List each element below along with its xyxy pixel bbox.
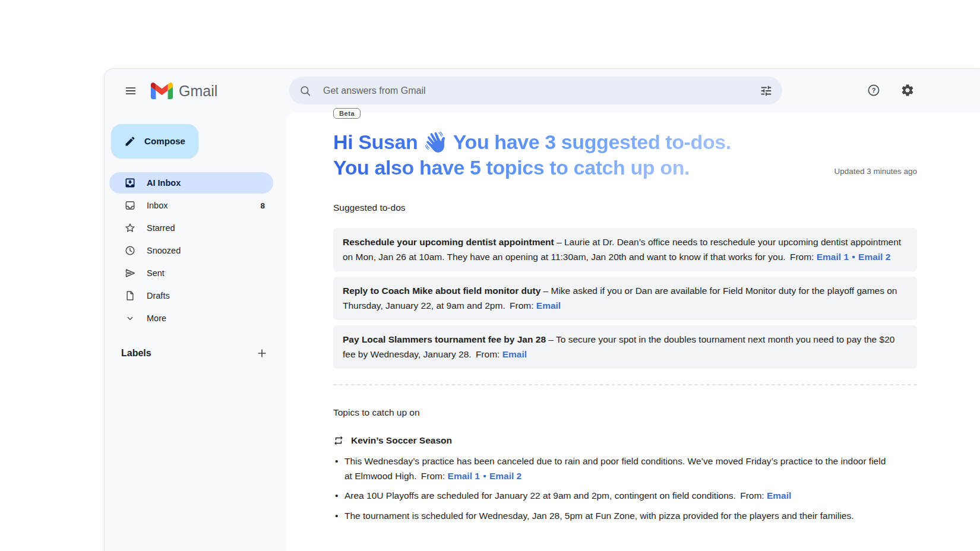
greeting-heading: Hi Susan 👋 You have 3 suggested to-dos. … <box>333 112 917 180</box>
topic-title: Kevin’s Soccer Season <box>351 435 452 446</box>
send-icon <box>124 267 136 279</box>
beta-badge: Beta <box>333 108 361 119</box>
email-link[interactable]: Email 2 <box>489 471 521 481</box>
add-label-button[interactable] <box>254 345 270 362</box>
email-link[interactable]: Email <box>536 300 561 311</box>
email-link[interactable]: Email <box>502 349 527 359</box>
section-divider <box>333 384 917 385</box>
move-to-inbox-icon <box>124 177 136 189</box>
compose-label: Compose <box>144 136 185 146</box>
gear-icon <box>900 83 915 97</box>
bullet-marker: • <box>335 489 338 504</box>
todo-card: Reply to Coach Mike about field monitor … <box>333 277 917 320</box>
svg-text:?: ? <box>872 87 876 94</box>
labels-heading: Labels <box>121 348 151 359</box>
gmail-logo-text: Gmail <box>179 83 217 100</box>
topic-header: Kevin’s Soccer Season <box>333 435 917 446</box>
link-separator: • <box>852 252 855 262</box>
from-label: From: <box>476 349 500 359</box>
chevron-down-icon <box>124 312 136 324</box>
inbox-icon <box>124 200 136 211</box>
todo-title: Pay Local Slammers tournament fee by Jan… <box>343 334 546 344</box>
from-label: From: <box>790 252 814 262</box>
topic-bullet: • This Wednesday’s practice has been can… <box>333 454 890 483</box>
draft-icon <box>124 290 136 302</box>
header: Gmail ? <box>105 69 980 112</box>
todo-card-list: Reschedule your upcoming dentist appoint… <box>333 228 917 369</box>
sidebar-item-label: Snoozed <box>147 246 181 255</box>
sidebar-item-label: AI Inbox <box>147 178 181 188</box>
main-content: Updated 3 minutes ago Hi Susan 👋 You hav… <box>286 112 980 551</box>
sidebar-item-ai-inbox[interactable]: AI Inbox <box>109 172 273 194</box>
email-link[interactable]: Email 1 <box>448 471 480 481</box>
from-label: From: <box>421 471 445 481</box>
help-button[interactable]: ? <box>861 77 887 103</box>
search-icon <box>299 84 312 97</box>
sidebar-item-snoozed[interactable]: Snoozed <box>109 240 273 261</box>
todos-section-label: Suggested to-dos <box>333 201 917 215</box>
todo-title: Reschedule your upcoming dentist appoint… <box>343 237 554 247</box>
search-button[interactable] <box>292 78 318 104</box>
todo-card: Pay Local Slammers tournament fee by Jan… <box>333 325 917 369</box>
compose-button[interactable]: Compose <box>111 124 198 158</box>
bullet-marker: • <box>335 509 338 524</box>
sidebar-item-more[interactable]: More <box>109 308 273 329</box>
sidebar-item-label: More <box>147 314 166 323</box>
topic-bullet: • The tournament is scheduled for Wednes… <box>333 509 890 524</box>
todo-card: Reschedule your upcoming dentist appoint… <box>333 228 917 271</box>
hamburger-menu-button[interactable] <box>117 77 144 104</box>
help-icon: ? <box>867 83 881 97</box>
sidebar-item-label: Drafts <box>147 291 170 300</box>
star-icon <box>124 222 136 234</box>
search-filter-button[interactable] <box>753 78 779 104</box>
bullet-marker: • <box>335 454 338 469</box>
labels-section: Labels <box>105 345 286 362</box>
plus-icon <box>255 347 268 360</box>
todo-title: Reply to Coach Mike about field monitor … <box>343 286 540 296</box>
updated-timestamp: Updated 3 minutes ago <box>834 167 917 176</box>
search-bar[interactable] <box>289 77 782 104</box>
clock-icon <box>124 245 136 256</box>
sidebar-item-label: Inbox <box>147 201 167 210</box>
greeting-line-1: Hi Susan 👋 You have 3 suggested to-dos. <box>333 129 731 155</box>
repeat-icon <box>333 435 344 446</box>
tune-icon <box>760 84 773 97</box>
topic-bullet-list: • This Wednesday’s practice has been can… <box>333 454 890 523</box>
email-link[interactable]: Email 1 <box>817 252 849 262</box>
link-separator: • <box>483 471 486 481</box>
pencil-icon <box>124 135 136 147</box>
bullet-text: The tournament is scheduled for Wednesda… <box>344 511 854 521</box>
email-link[interactable]: Email <box>767 490 791 501</box>
sidebar-item-starred[interactable]: Starred <box>109 217 273 239</box>
sidebar-item-label: Sent <box>147 268 165 278</box>
ai-inbox-panel: Updated 3 minutes ago Hi Susan 👋 You hav… <box>286 112 980 551</box>
sidebar-item-inbox[interactable]: Inbox 8 <box>109 195 273 216</box>
sidebar-item-drafts[interactable]: Drafts <box>109 285 273 306</box>
email-link[interactable]: Email 2 <box>858 252 890 262</box>
gmail-logo-icon <box>151 83 173 99</box>
topic-bullet: • Area 10U Playoffs are scheduled for Ja… <box>333 489 890 504</box>
inbox-unread-count: 8 <box>260 201 265 210</box>
bullet-text: Area 10U Playoffs are scheduled for Janu… <box>344 490 736 501</box>
greeting-line-2: You also have 5 topics to catch up on. <box>333 155 690 180</box>
from-label: From: <box>740 490 764 501</box>
gmail-window: Gmail ? Beta Compose <box>104 68 980 551</box>
from-label: From: <box>510 300 533 311</box>
sidebar: Compose AI Inbox Inbox 8 Starred <box>105 112 286 551</box>
search-input[interactable] <box>318 85 753 97</box>
sidebar-item-sent[interactable]: Sent <box>109 262 273 284</box>
settings-button[interactable] <box>894 77 921 103</box>
topbar-actions: ? <box>861 77 921 103</box>
hamburger-icon <box>124 84 138 98</box>
sidebar-nav: AI Inbox Inbox 8 Starred Snoozed <box>105 172 286 329</box>
gmail-logo[interactable]: Gmail <box>151 77 217 104</box>
topics-section-label: Topics to catch up on <box>333 406 917 420</box>
sidebar-item-label: Starred <box>147 223 175 233</box>
